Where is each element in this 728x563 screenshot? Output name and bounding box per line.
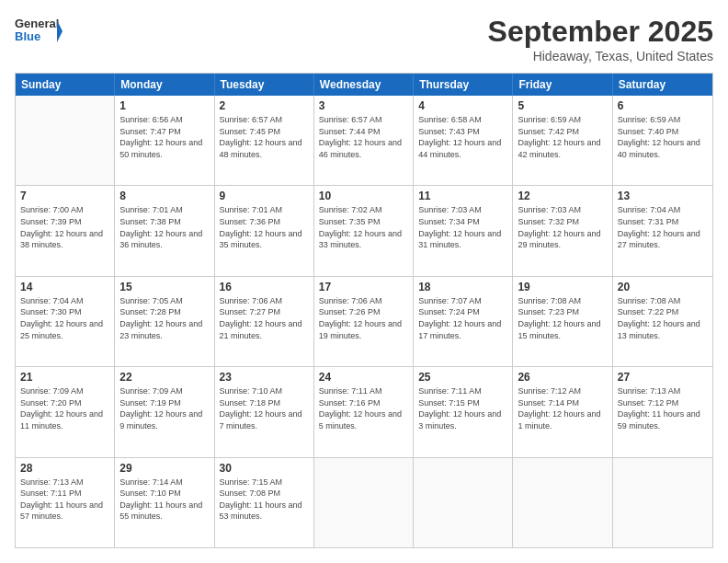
- day-number: 22: [119, 371, 209, 384]
- calendar-row: 1 Sunrise: 6:56 AM Sunset: 7:47 PM Dayli…: [16, 96, 712, 186]
- day-number: 8: [119, 190, 209, 202]
- day-info: Sunrise: 7:08 AM Sunset: 7:22 PM Dayligh…: [618, 295, 708, 341]
- calendar-cell: 1 Sunrise: 6:56 AM Sunset: 7:47 PM Dayli…: [115, 96, 214, 185]
- day-number: 18: [418, 281, 507, 293]
- calendar-cell: [314, 458, 414, 547]
- calendar-cell: 11 Sunrise: 7:03 AM Sunset: 7:34 PM Dayl…: [414, 186, 513, 275]
- svg-marker-2: [57, 20, 63, 42]
- calendar: Sunday Monday Tuesday Wednesday Thursday…: [15, 73, 713, 548]
- day-number: 23: [220, 371, 309, 384]
- day-number: 15: [119, 281, 209, 293]
- day-number: 2: [220, 99, 309, 112]
- day-info: Sunrise: 7:04 AM Sunset: 7:31 PM Dayligh…: [618, 204, 708, 250]
- calendar-cell: 22 Sunrise: 7:09 AM Sunset: 7:19 PM Dayl…: [115, 367, 214, 456]
- day-info: Sunrise: 6:57 AM Sunset: 7:44 PM Dayligh…: [319, 114, 408, 160]
- day-info: Sunrise: 7:08 AM Sunset: 7:23 PM Dayligh…: [518, 295, 607, 341]
- day-info: Sunrise: 6:56 AM Sunset: 7:47 PM Dayligh…: [119, 114, 209, 160]
- calendar-cell: 13 Sunrise: 7:04 AM Sunset: 7:31 PM Dayl…: [613, 186, 712, 275]
- day-info: Sunrise: 7:09 AM Sunset: 7:19 PM Dayligh…: [119, 385, 209, 431]
- day-number: 25: [418, 371, 507, 384]
- page: General Blue September 2025 Hideaway, Te…: [0, 0, 728, 563]
- day-info: Sunrise: 7:03 AM Sunset: 7:32 PM Dayligh…: [518, 204, 607, 250]
- day-info: Sunrise: 7:12 AM Sunset: 7:14 PM Dayligh…: [518, 385, 607, 431]
- day-info: Sunrise: 6:59 AM Sunset: 7:42 PM Dayligh…: [518, 114, 607, 160]
- calendar-cell: 30 Sunrise: 7:15 AM Sunset: 7:08 PM Dayl…: [215, 458, 314, 547]
- header-monday: Monday: [115, 74, 214, 96]
- day-info: Sunrise: 7:10 AM Sunset: 7:18 PM Dayligh…: [220, 385, 309, 431]
- calendar-cell: 4 Sunrise: 6:58 AM Sunset: 7:43 PM Dayli…: [414, 96, 513, 185]
- day-number: 6: [618, 99, 708, 112]
- day-info: Sunrise: 6:59 AM Sunset: 7:40 PM Dayligh…: [618, 114, 708, 160]
- calendar-cell: 19 Sunrise: 7:08 AM Sunset: 7:23 PM Dayl…: [513, 277, 612, 366]
- calendar-cell: 21 Sunrise: 7:09 AM Sunset: 7:20 PM Dayl…: [16, 367, 115, 456]
- day-info: Sunrise: 7:13 AM Sunset: 7:11 PM Dayligh…: [20, 477, 109, 523]
- calendar-row: 14 Sunrise: 7:04 AM Sunset: 7:30 PM Dayl…: [16, 277, 712, 367]
- calendar-row: 7 Sunrise: 7:00 AM Sunset: 7:39 PM Dayli…: [16, 186, 712, 276]
- day-number: 28: [20, 462, 109, 475]
- day-number: 12: [518, 190, 607, 202]
- svg-text:General: General: [15, 17, 59, 30]
- day-info: Sunrise: 7:14 AM Sunset: 7:10 PM Dayligh…: [119, 477, 209, 523]
- day-info: Sunrise: 7:11 AM Sunset: 7:16 PM Dayligh…: [319, 385, 408, 431]
- calendar-cell: 12 Sunrise: 7:03 AM Sunset: 7:32 PM Dayl…: [513, 186, 612, 275]
- day-info: Sunrise: 7:05 AM Sunset: 7:28 PM Dayligh…: [119, 295, 209, 341]
- day-number: 29: [119, 462, 209, 475]
- day-number: 11: [418, 190, 507, 202]
- day-number: 4: [418, 99, 507, 112]
- calendar-cell: [414, 458, 513, 547]
- calendar-cell: 17 Sunrise: 7:06 AM Sunset: 7:26 PM Dayl…: [314, 277, 414, 366]
- day-info: Sunrise: 7:06 AM Sunset: 7:26 PM Dayligh…: [319, 295, 408, 341]
- day-info: Sunrise: 7:00 AM Sunset: 7:39 PM Dayligh…: [20, 204, 109, 250]
- day-info: Sunrise: 6:57 AM Sunset: 7:45 PM Dayligh…: [220, 114, 309, 160]
- day-number: 16: [220, 281, 309, 293]
- day-number: 7: [20, 190, 109, 202]
- header-sunday: Sunday: [16, 74, 115, 96]
- day-number: 26: [518, 371, 607, 384]
- day-number: 5: [518, 99, 607, 112]
- calendar-header: Sunday Monday Tuesday Wednesday Thursday…: [16, 74, 712, 96]
- calendar-cell: 29 Sunrise: 7:14 AM Sunset: 7:10 PM Dayl…: [115, 458, 214, 547]
- calendar-cell: 15 Sunrise: 7:05 AM Sunset: 7:28 PM Dayl…: [115, 277, 214, 366]
- header-wednesday: Wednesday: [314, 74, 414, 96]
- day-info: Sunrise: 7:01 AM Sunset: 7:36 PM Dayligh…: [220, 204, 309, 250]
- day-info: Sunrise: 7:15 AM Sunset: 7:08 PM Dayligh…: [220, 477, 309, 523]
- day-number: 20: [618, 281, 708, 293]
- day-info: Sunrise: 7:04 AM Sunset: 7:30 PM Dayligh…: [20, 295, 109, 341]
- day-number: 17: [319, 281, 408, 293]
- header-tuesday: Tuesday: [215, 74, 314, 96]
- day-number: 1: [119, 99, 209, 112]
- day-info: Sunrise: 7:06 AM Sunset: 7:27 PM Dayligh…: [220, 295, 309, 341]
- calendar-cell: 25 Sunrise: 7:11 AM Sunset: 7:15 PM Dayl…: [414, 367, 513, 456]
- day-info: Sunrise: 7:03 AM Sunset: 7:34 PM Dayligh…: [418, 204, 507, 250]
- day-number: 21: [20, 371, 109, 384]
- calendar-cell: 8 Sunrise: 7:01 AM Sunset: 7:38 PM Dayli…: [115, 186, 214, 275]
- calendar-cell: 10 Sunrise: 7:02 AM Sunset: 7:35 PM Dayl…: [314, 186, 414, 275]
- calendar-cell: 5 Sunrise: 6:59 AM Sunset: 7:42 PM Dayli…: [513, 96, 612, 185]
- day-number: 13: [618, 190, 708, 202]
- day-info: Sunrise: 7:09 AM Sunset: 7:20 PM Dayligh…: [20, 385, 109, 431]
- location: Hideaway, Texas, United States: [488, 49, 713, 63]
- day-info: Sunrise: 7:13 AM Sunset: 7:12 PM Dayligh…: [618, 385, 708, 431]
- logo-svg: General Blue: [15, 15, 63, 48]
- header-thursday: Thursday: [414, 74, 513, 96]
- day-number: 10: [319, 190, 408, 202]
- header-saturday: Saturday: [613, 74, 712, 96]
- calendar-cell: 28 Sunrise: 7:13 AM Sunset: 7:11 PM Dayl…: [16, 458, 115, 547]
- day-info: Sunrise: 7:07 AM Sunset: 7:24 PM Dayligh…: [418, 295, 507, 341]
- calendar-cell: [613, 458, 712, 547]
- calendar-cell: [16, 96, 115, 185]
- calendar-cell: 9 Sunrise: 7:01 AM Sunset: 7:36 PM Dayli…: [215, 186, 314, 275]
- day-number: 3: [319, 99, 408, 112]
- calendar-row: 21 Sunrise: 7:09 AM Sunset: 7:20 PM Dayl…: [16, 367, 712, 457]
- day-number: 24: [319, 371, 408, 384]
- calendar-cell: 23 Sunrise: 7:10 AM Sunset: 7:18 PM Dayl…: [215, 367, 314, 456]
- day-info: Sunrise: 6:58 AM Sunset: 7:43 PM Dayligh…: [418, 114, 507, 160]
- day-number: 30: [220, 462, 309, 475]
- calendar-cell: 14 Sunrise: 7:04 AM Sunset: 7:30 PM Dayl…: [16, 277, 115, 366]
- day-number: 14: [20, 281, 109, 293]
- calendar-body: 1 Sunrise: 6:56 AM Sunset: 7:47 PM Dayli…: [16, 96, 712, 547]
- day-info: Sunrise: 7:01 AM Sunset: 7:38 PM Dayligh…: [119, 204, 209, 250]
- month-title: September 2025: [488, 15, 713, 49]
- day-number: 27: [618, 371, 708, 384]
- header: General Blue September 2025 Hideaway, Te…: [15, 15, 713, 63]
